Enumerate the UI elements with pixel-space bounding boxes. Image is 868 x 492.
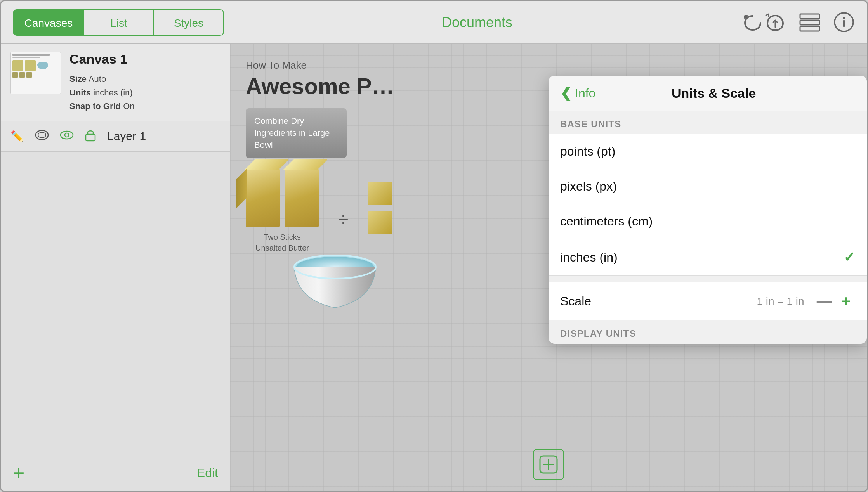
size-val: Auto bbox=[89, 74, 106, 84]
units-scale-popover: ❮ Info Units & Scale BASE UNITS points (… bbox=[549, 76, 867, 344]
toolbar-right bbox=[764, 12, 855, 33]
edit-button[interactable]: Edit bbox=[197, 466, 218, 480]
svg-rect-1 bbox=[800, 14, 819, 19]
canvas-meta: Size Auto Units inches (in) Snap to Grid… bbox=[69, 72, 220, 113]
toolbar-title: Documents bbox=[442, 14, 512, 31]
unit-checkmark-inches: ✓ bbox=[844, 249, 855, 265]
svg-point-9 bbox=[61, 131, 73, 139]
add-canvas-sidebar-button[interactable]: + bbox=[13, 463, 24, 483]
main-content: Canvas 1 Size Auto Units inches (in) Sna… bbox=[1, 44, 867, 491]
snap-label: Snap to Grid bbox=[69, 101, 121, 111]
layers-icon bbox=[799, 12, 821, 33]
units-val: inches (in) bbox=[93, 88, 132, 97]
tab-list[interactable]: List bbox=[83, 10, 153, 36]
unit-label-points: points (pt) bbox=[560, 144, 855, 159]
canvas-thumbnail bbox=[10, 52, 61, 94]
display-units-header: DISPLAY UNITS bbox=[549, 320, 867, 344]
layer-divider bbox=[1, 152, 230, 152]
layer-divider-3 bbox=[1, 185, 230, 185]
toolbar-center: Documents bbox=[224, 14, 730, 31]
svg-rect-3 bbox=[800, 26, 819, 31]
base-units-header: BASE UNITS bbox=[549, 111, 867, 134]
svg-point-8 bbox=[38, 132, 46, 138]
layers-button[interactable] bbox=[799, 12, 821, 33]
lock-icon bbox=[85, 128, 96, 144]
app-container: Canvases List Styles Documents bbox=[1, 1, 867, 491]
unit-row-pixels[interactable]: pixels (px) bbox=[549, 169, 867, 204]
tab-styles[interactable]: Styles bbox=[153, 10, 223, 36]
canvas-area: How To Make Awesome P… Combine Dry Ingre… bbox=[230, 44, 867, 491]
sidebar: Canvas 1 Size Auto Units inches (in) Sna… bbox=[1, 44, 230, 491]
layer-name: Layer 1 bbox=[107, 130, 220, 143]
popover-overlay: ❮ Info Units & Scale BASE UNITS points (… bbox=[230, 44, 867, 491]
info-button[interactable] bbox=[833, 12, 855, 33]
toolbar: Canvases List Styles Documents bbox=[1, 1, 867, 44]
sync-button[interactable] bbox=[764, 12, 787, 33]
shape-icon bbox=[35, 130, 49, 143]
scale-increase-button[interactable]: + bbox=[837, 293, 855, 310]
size-label: Size bbox=[69, 74, 87, 84]
sidebar-bottom: + Edit bbox=[1, 455, 230, 491]
layer-row[interactable]: ✏️ bbox=[1, 121, 230, 152]
svg-rect-2 bbox=[800, 20, 819, 25]
undo-icon bbox=[742, 13, 764, 32]
units-label: Units bbox=[69, 88, 91, 97]
svg-point-6 bbox=[843, 17, 845, 19]
unit-row-cm[interactable]: centimeters (cm) bbox=[549, 204, 867, 239]
canvas-info: Canvas 1 Size Auto Units inches (in) Sna… bbox=[69, 52, 220, 113]
undo-button[interactable] bbox=[742, 13, 764, 32]
sync-icon bbox=[764, 12, 787, 33]
snap-val: On bbox=[123, 101, 134, 111]
back-chevron-icon: ❮ bbox=[560, 85, 572, 101]
scale-row: Scale 1 in = 1 in — + bbox=[549, 282, 867, 320]
popover-back-button[interactable]: ❮ Info bbox=[560, 85, 595, 101]
scale-decrease-button[interactable]: — bbox=[812, 293, 837, 310]
tab-group: Canvases List Styles bbox=[13, 9, 224, 36]
svg-rect-11 bbox=[86, 134, 95, 141]
unit-row-inches[interactable]: inches (in) ✓ bbox=[549, 239, 867, 276]
svg-point-10 bbox=[65, 133, 69, 137]
tab-canvases[interactable]: Canvases bbox=[14, 10, 83, 36]
popover-back-label: Info bbox=[575, 86, 595, 100]
svg-point-7 bbox=[36, 130, 48, 140]
unit-label-inches: inches (in) bbox=[560, 250, 844, 265]
unit-row-points[interactable]: points (pt) bbox=[549, 134, 867, 169]
popover-title: Units & Scale bbox=[595, 86, 832, 101]
canvas-name: Canvas 1 bbox=[69, 52, 220, 67]
popover-header: ❮ Info Units & Scale bbox=[549, 76, 867, 111]
canvas-item[interactable]: Canvas 1 Size Auto Units inches (in) Sna… bbox=[1, 44, 230, 121]
unit-label-cm: centimeters (cm) bbox=[560, 214, 855, 229]
layer-divider-2 bbox=[1, 154, 230, 154]
visibility-icon bbox=[60, 130, 74, 143]
unit-label-pixels: pixels (px) bbox=[560, 179, 855, 194]
scale-label: Scale bbox=[560, 294, 757, 308]
popover-arrow bbox=[826, 76, 844, 76]
scale-value: 1 in = 1 in bbox=[757, 295, 804, 308]
info-icon bbox=[833, 12, 855, 33]
sidebar-spacer bbox=[1, 217, 230, 455]
pencil-icon: ✏️ bbox=[10, 130, 24, 143]
